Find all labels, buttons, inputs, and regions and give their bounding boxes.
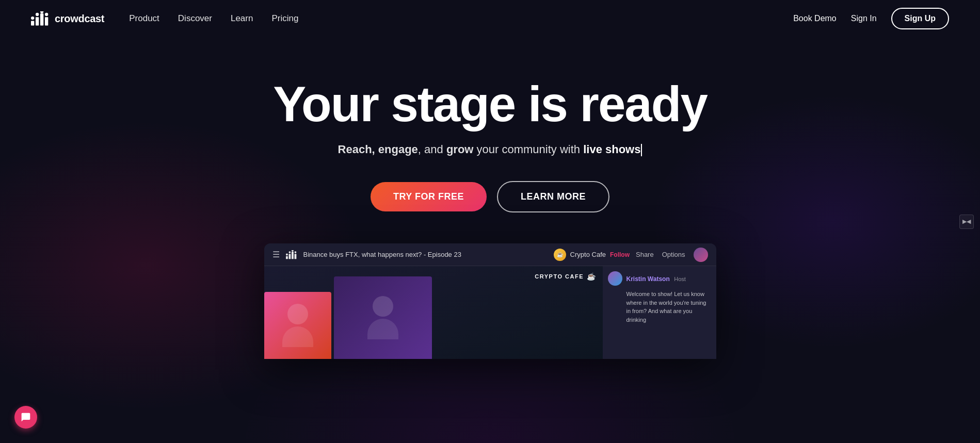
hero-title: Your stage is ready (273, 78, 707, 130)
user-avatar (694, 248, 708, 262)
hero-subtitle: Reach, engage, and grow your community w… (338, 143, 642, 156)
channel-info: ☕ Crypto Cafe Follow (554, 249, 630, 261)
svg-rect-2 (40, 13, 43, 25)
svg-point-14 (292, 250, 294, 252)
person-head-2 (373, 296, 393, 317)
nav-links: Product Discover Learn Pricing (129, 13, 298, 24)
hero-subtitle-live: live shows (583, 143, 640, 156)
chat-icon (21, 412, 31, 422)
svg-rect-11 (294, 254, 296, 259)
video-area: CRYPTO CAFE ☕ (264, 266, 603, 359)
hero-section: Your stage is ready Reach, engage, and g… (0, 37, 980, 212)
speaker-silhouette-1 (282, 304, 313, 347)
speaker-thumb-1 (264, 292, 331, 359)
hero-subtitle-grow: grow (446, 143, 474, 156)
book-demo-button[interactable]: Book Demo (793, 14, 837, 23)
hero-subtitle-engage: engage (378, 143, 418, 156)
svg-point-13 (288, 251, 291, 253)
follow-button[interactable]: Follow (610, 251, 630, 258)
preview-window: ☰ Binance buys FTX, what happens next? -… (264, 243, 716, 359)
text-cursor (641, 144, 642, 156)
svg-point-6 (40, 11, 43, 13)
speaker-silhouette-2 (367, 296, 398, 339)
window-bar: ☰ Binance buys FTX, what happens next? -… (264, 243, 716, 266)
svg-rect-0 (31, 21, 34, 26)
main-navigation: crowdcast Product Discover Learn Pricing… (0, 0, 980, 37)
nav-left: crowdcast Product Discover Learn Pricing (31, 11, 298, 26)
person-body-1 (282, 326, 313, 347)
svg-point-4 (31, 17, 34, 20)
nav-link-learn[interactable]: Learn (231, 13, 253, 24)
sign-up-button[interactable]: Sign Up (891, 8, 949, 29)
chat-message: Welcome to show! Let us know where in th… (626, 290, 711, 324)
hamburger-icon[interactable]: ☰ (272, 250, 280, 259)
chat-host-name: Kristin Watson (626, 275, 670, 283)
chat-host-info: Kristin Watson Host (608, 271, 711, 286)
logo[interactable]: crowdcast (31, 11, 104, 26)
sign-in-button[interactable]: Sign In (851, 14, 877, 23)
expand-icon[interactable]: ▶◀ (959, 215, 974, 229)
svg-rect-10 (292, 252, 294, 259)
svg-rect-3 (45, 17, 48, 25)
svg-point-15 (294, 251, 296, 253)
chat-host-role: Host (674, 276, 686, 282)
chat-widget-button[interactable] (14, 406, 37, 429)
window-content: CRYPTO CAFE ☕ (264, 266, 716, 359)
crypto-label-text: CRYPTO CAFE (535, 273, 584, 280)
chat-host-avatar (608, 271, 622, 286)
logo-text: crowdcast (55, 13, 104, 25)
learn-more-button[interactable]: LEARN MORE (497, 181, 609, 212)
svg-point-12 (286, 253, 288, 255)
hero-subtitle-reach: Reach, (338, 143, 378, 156)
hero-subtitle-community: your community with (473, 143, 583, 156)
svg-point-7 (45, 13, 48, 16)
svg-rect-1 (36, 17, 39, 25)
nav-right: Book Demo Sign In Sign Up (793, 8, 949, 29)
person-body-2 (367, 319, 398, 339)
try-free-button[interactable]: TRY FOR FREE (371, 182, 487, 211)
chat-sidebar: Kristin Watson Host Welcome to show! Let… (603, 266, 716, 359)
svg-rect-8 (286, 256, 288, 259)
channel-name: Crypto Cafe (570, 251, 606, 258)
crypto-label: CRYPTO CAFE ☕ (535, 272, 596, 281)
nav-link-pricing[interactable]: Pricing (271, 13, 298, 24)
person-head-1 (287, 304, 308, 324)
options-button[interactable]: Options (662, 251, 685, 258)
nav-link-product[interactable]: Product (129, 13, 159, 24)
preview-container: ☰ Binance buys FTX, what happens next? -… (0, 243, 980, 359)
hero-subtitle-and: , and (418, 143, 446, 156)
coffee-icon: ☕ (587, 272, 597, 281)
bar-actions: Share Options (636, 248, 708, 262)
show-title: Binance buys FTX, what happens next? - E… (303, 251, 548, 258)
bar-logo-icon (286, 250, 297, 259)
share-button[interactable]: Share (636, 251, 654, 258)
channel-avatar: ☕ (554, 249, 566, 261)
svg-rect-9 (288, 254, 291, 259)
nav-link-discover[interactable]: Discover (178, 13, 212, 24)
svg-point-5 (36, 13, 39, 16)
hero-buttons: TRY FOR FREE LEARN MORE (371, 181, 609, 212)
speaker-thumb-2 (334, 276, 432, 359)
logo-icon (31, 11, 50, 26)
